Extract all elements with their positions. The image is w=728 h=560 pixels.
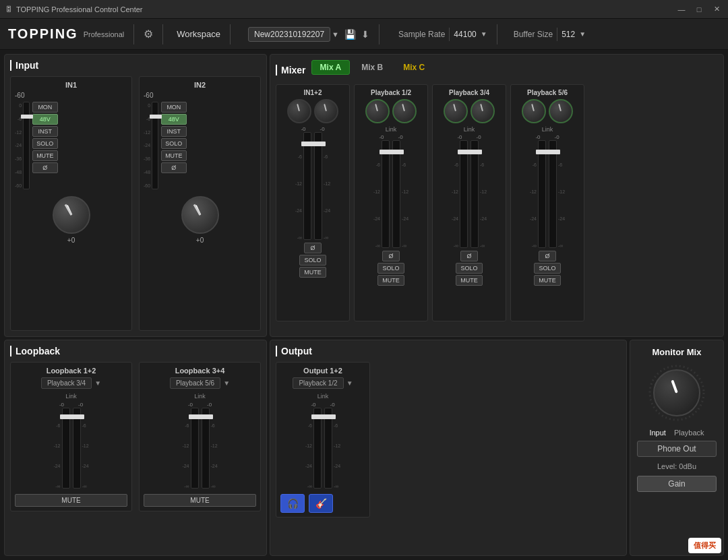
pb34-solo-btn[interactable]: SOLO: [456, 263, 482, 274]
in1-mon-button[interactable]: MON: [32, 102, 58, 113]
monitor-main-knob[interactable]: [653, 369, 700, 416]
pb56-knob2[interactable]: [549, 99, 573, 123]
pb12-faders: -0 -6-12-24-∞ -0: [373, 134, 408, 248]
output-source-arrow[interactable]: ▼: [346, 379, 353, 387]
in1-fader-handle[interactable]: [21, 115, 33, 119]
maximize-button[interactable]: □: [693, 3, 705, 15]
in1plus2-phase-btn[interactable]: Ø: [304, 243, 321, 253]
pb12-solo-btn[interactable]: SOLO: [377, 263, 404, 274]
pb12-right-fader[interactable]: [392, 140, 400, 248]
in1plus2-right-fader[interactable]: [314, 132, 322, 240]
in1-label: IN1: [65, 81, 77, 89]
buffer-dropdown-icon[interactable]: ▼: [579, 30, 586, 38]
pb34-knob1[interactable]: [444, 99, 468, 123]
in1-solo-button[interactable]: SOLO: [32, 138, 58, 149]
phone-out-button[interactable]: Phone Out: [637, 441, 717, 457]
in2-phase-button[interactable]: Ø: [161, 162, 187, 173]
pb56-left-fader[interactable]: [538, 140, 546, 248]
in1plus2-knob1[interactable]: [287, 99, 311, 123]
in2-48v-button[interactable]: 48V: [161, 114, 187, 125]
lb-ch2-left-col: -0 -6-12-24-∞: [182, 402, 198, 489]
tab-mix-c[interactable]: Mix C: [394, 60, 433, 75]
headphone-btn[interactable]: 🎧: [280, 494, 305, 513]
in1-48v-button[interactable]: 48V: [32, 114, 58, 125]
pb56-mute-btn[interactable]: MUTE: [534, 275, 561, 286]
out-right-col: -0 -6-12-24-∞: [324, 402, 340, 489]
pb56-knob1[interactable]: [522, 99, 546, 123]
pb56-phase-btn[interactable]: Ø: [539, 251, 555, 261]
pb56-link-label: Link: [542, 126, 553, 133]
pb34-knob2[interactable]: [471, 99, 495, 123]
save-icon[interactable]: 💾: [344, 29, 356, 40]
pb34-mute-btn[interactable]: MUTE: [456, 275, 483, 286]
tab-mix-b[interactable]: Mix B: [353, 60, 392, 75]
in2-mon-button[interactable]: MON: [161, 102, 187, 113]
pb56-right-handle[interactable]: [547, 150, 560, 154]
in1-inst-button[interactable]: INST: [32, 126, 58, 137]
pb56-solo-btn[interactable]: SOLO: [534, 263, 560, 274]
lb-ch2-source: Playback 5/6 ▼: [144, 377, 256, 389]
pb56-left-fader-col: -0 -6-12-24-∞: [530, 134, 546, 248]
sample-rate-dropdown-icon[interactable]: ▼: [481, 30, 487, 38]
main-content: Input IN1 -60 0 -6 -12 -24 -36: [0, 50, 728, 560]
pb34-left-fader[interactable]: [460, 140, 468, 248]
lb-ch1-mute-btn[interactable]: MUTE: [15, 494, 127, 507]
workspace-name[interactable]: New202310192207: [248, 27, 330, 42]
in1-buttons: MON 48V INST SOLO MUTE Ø: [32, 102, 58, 173]
in2-mute-button[interactable]: MUTE: [161, 150, 187, 161]
in2-buttons: MON 48V INST SOLO MUTE Ø: [161, 102, 187, 173]
pb56-right-fader[interactable]: [549, 140, 557, 248]
minimize-button[interactable]: —: [675, 3, 688, 15]
pb12-phase-btn[interactable]: Ø: [382, 251, 399, 261]
in1plus2-mute-btn[interactable]: MUTE: [299, 267, 326, 278]
lb-ch2-source-label[interactable]: Playback 5/6: [170, 377, 220, 389]
gain-button[interactable]: Gain: [637, 476, 717, 492]
in2-fader[interactable]: [152, 102, 158, 189]
pb12-left-fader[interactable]: [382, 140, 390, 248]
pb12-knob2[interactable]: [392, 99, 417, 123]
in2-inst-button[interactable]: INST: [161, 126, 187, 137]
pb12-right-handle[interactable]: [390, 150, 404, 154]
lb-ch2-right-handle[interactable]: [200, 414, 213, 419]
in1plus2-left-fader[interactable]: [303, 132, 311, 240]
workspace-dropdown-icon[interactable]: ▼: [332, 30, 339, 38]
lb-ch2-mute-btn[interactable]: MUTE: [144, 494, 256, 507]
pb34-right-handle[interactable]: [468, 150, 482, 154]
lb-ch2-source-arrow[interactable]: ▼: [223, 379, 230, 387]
pb12-knob1[interactable]: [365, 99, 390, 123]
in1plus2-knob2[interactable]: [314, 99, 338, 123]
in1plus2-right-handle[interactable]: [312, 142, 326, 146]
in1-phase-button[interactable]: Ø: [32, 162, 58, 173]
lb-ch1-source: Playback 3/4 ▼: [15, 377, 127, 389]
pb34-phase-btn[interactable]: Ø: [460, 251, 477, 261]
out-right-fader[interactable]: [324, 408, 332, 489]
pb12-mute-btn[interactable]: MUTE: [377, 275, 404, 286]
lb-ch1-source-arrow[interactable]: ▼: [94, 379, 101, 387]
title-bar-indicator: [10, 60, 11, 71]
tab-mix-a[interactable]: Mix A: [311, 60, 351, 75]
close-button[interactable]: ✕: [710, 3, 723, 15]
output-source-label[interactable]: Playback 1/2: [293, 377, 343, 389]
in1-mute-button[interactable]: MUTE: [32, 150, 58, 161]
in2-solo-button[interactable]: SOLO: [161, 138, 187, 149]
lb-ch1-right-fader[interactable]: [73, 408, 81, 489]
out-right-handle[interactable]: [322, 414, 336, 419]
in1plus2-solo-btn[interactable]: SOLO: [299, 255, 326, 266]
out-left-fader[interactable]: [313, 408, 322, 489]
lb-ch2-left-fader[interactable]: [191, 408, 199, 489]
in2-fader-handle[interactable]: [150, 115, 162, 119]
pb34-right-fader[interactable]: [471, 140, 479, 248]
in1-pan-knob[interactable]: [53, 196, 90, 234]
in2-pan-knob[interactable]: [181, 196, 219, 234]
lb-ch1-left-fader[interactable]: [62, 408, 70, 489]
lb-ch1-source-label[interactable]: Playback 3/4: [41, 377, 92, 389]
export-icon[interactable]: ⬇: [361, 29, 369, 40]
lb-ch2-label: Loopback 3+4: [144, 367, 256, 375]
in1-fader[interactable]: [23, 102, 30, 189]
lb-ch2-link: Link: [144, 393, 256, 400]
settings-icon[interactable]: ⚙: [144, 28, 153, 40]
lb-ch2-right-fader[interactable]: [202, 408, 210, 489]
pb34-knob1-ind: [453, 104, 456, 111]
cable-btn[interactable]: 🎸: [309, 494, 333, 513]
lb-ch1-right-handle[interactable]: [71, 414, 84, 419]
